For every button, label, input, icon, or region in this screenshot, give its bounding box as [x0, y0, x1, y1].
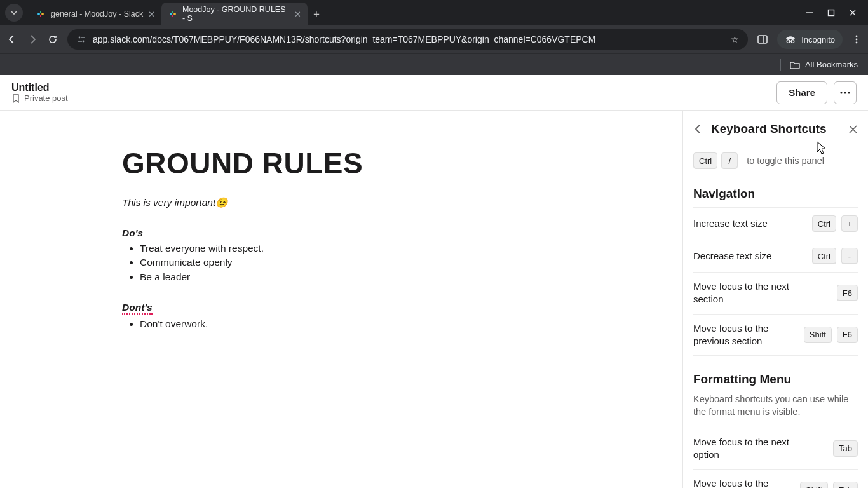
url-text: app.slack.com/docs/T067MEBPPUY/F066NAMN1…: [93, 34, 724, 44]
window-controls: [794, 0, 868, 25]
svg-rect-11: [758, 36, 767, 43]
incognito-label: Incognito: [801, 35, 835, 44]
tab-search-button[interactable]: [5, 4, 23, 22]
panel-toggle-icon[interactable]: [757, 34, 768, 45]
kbd-key: Ctrl: [812, 215, 836, 232]
toggle-hint-text: to toggle this panel: [747, 156, 824, 166]
page: Untitled Private post Share GROUND RULES…: [0, 75, 868, 488]
svg-point-17: [840, 92, 842, 93]
kbd-key: /: [721, 152, 738, 169]
bookmarks-bar: All Bookmarks: [0, 53, 868, 75]
kbd-key: F6: [837, 327, 858, 343]
svg-rect-8: [829, 10, 834, 16]
shortcuts-panel: Keyboard Shortcuts Ctrl / to toggle this…: [682, 111, 868, 488]
folder-icon: [790, 60, 800, 69]
section-heading-dos: Do's: [122, 227, 682, 239]
svg-rect-5: [173, 13, 176, 15]
kbd-key: Ctrl: [812, 248, 836, 264]
shortcut-label: Move focus to the next option: [693, 436, 795, 462]
browser-menu-button[interactable]: [851, 34, 862, 44]
more-actions-button[interactable]: [834, 81, 857, 104]
section-subtext: Keyboard shortcuts you can use while the…: [693, 393, 858, 419]
shortcut-row: Increase text size Ctrl+: [693, 207, 858, 240]
separator: [780, 59, 781, 71]
tab-title: MoodJoy - GROUND RULES - S: [182, 5, 289, 23]
svg-point-10: [83, 41, 85, 43]
new-tab-button[interactable]: ＋: [308, 3, 325, 25]
dos-list: Treat everyone with respect. Communicate…: [122, 241, 682, 284]
shortcut-label: Increase text size: [693, 217, 768, 230]
site-settings-icon[interactable]: [76, 34, 86, 44]
kbd-key: Ctrl: [693, 152, 717, 169]
document-canvas[interactable]: GROUND RULES This is very important😉 Do'…: [0, 111, 682, 488]
section-heading-donts: Dont's: [122, 302, 682, 315]
svg-rect-7: [172, 15, 173, 17]
svg-point-9: [79, 37, 81, 39]
reload-button[interactable]: [47, 34, 58, 45]
slack-favicon-icon: [36, 9, 46, 19]
svg-point-19: [848, 92, 850, 93]
svg-point-13: [791, 40, 794, 43]
svg-point-15: [856, 39, 858, 41]
browser-toolbar: app.slack.com/docs/T067MEBPPUY/F066NAMN1…: [0, 25, 868, 53]
kbd-key: +: [841, 215, 858, 232]
donts-list: Don't overwork.: [122, 317, 682, 331]
forward-button[interactable]: [27, 34, 38, 45]
svg-rect-4: [170, 13, 172, 15]
svg-rect-6: [172, 11, 173, 13]
kbd-key: Shift: [804, 327, 832, 343]
svg-point-12: [787, 40, 790, 43]
browser-tab[interactable]: MoodJoy - GROUND RULES - S ✕: [161, 3, 308, 25]
back-button[interactable]: [6, 34, 18, 45]
svg-rect-0: [37, 13, 40, 15]
svg-point-18: [844, 92, 846, 93]
address-bar[interactable]: app.slack.com/docs/T067MEBPPUY/F066NAMN1…: [67, 29, 748, 50]
bookmark-outline-icon[interactable]: [11, 94, 20, 103]
tabs: general - MoodJoy - Slack ✕ MoodJoy - GR…: [25, 0, 794, 25]
doc-subtitle: This is very important😉: [122, 197, 682, 208]
panel-back-button[interactable]: [693, 124, 703, 134]
shortcut-row: Move focus to the previous option ShiftT…: [693, 469, 858, 488]
panel-close-button[interactable]: [848, 125, 858, 134]
all-bookmarks-button[interactable]: All Bookmarks: [805, 60, 858, 69]
list-item: Don't overwork.: [140, 317, 682, 331]
kbd-key: Tab: [833, 482, 858, 488]
minimize-icon[interactable]: [806, 9, 813, 17]
bookmark-star-icon[interactable]: ☆: [731, 34, 739, 44]
chevron-down-icon: [10, 9, 18, 17]
kbd-key: F6: [837, 285, 858, 301]
kbd-key: Shift: [800, 482, 828, 488]
maximize-icon[interactable]: [827, 9, 835, 17]
tab-title: general - MoodJoy - Slack: [51, 10, 143, 18]
shortcut-row: Decrease text size Ctrl-: [693, 240, 858, 272]
svg-rect-1: [41, 13, 44, 15]
share-button[interactable]: Share: [776, 81, 827, 104]
shortcut-row: Move focus to the next option Tab: [693, 428, 858, 470]
doc-header: Untitled Private post Share: [0, 75, 868, 111]
doc-heading: GROUND RULES: [122, 146, 682, 180]
shortcut-row: Move focus to the next section F6: [693, 272, 858, 314]
svg-rect-3: [40, 15, 41, 17]
kbd-key: -: [841, 248, 858, 264]
list-item: Treat everyone with respect.: [140, 241, 682, 255]
browser-tab-strip: general - MoodJoy - Slack ✕ MoodJoy - GR…: [0, 0, 868, 25]
slack-favicon-icon: [168, 9, 177, 19]
incognito-indicator[interactable]: Incognito: [777, 30, 843, 49]
toggle-hint: Ctrl / to toggle this panel: [693, 152, 858, 169]
shortcut-label: Move focus to the next section: [693, 280, 795, 306]
svg-rect-2: [40, 11, 41, 13]
close-window-icon[interactable]: [849, 9, 857, 17]
shortcut-label: Move focus to the previous option: [693, 477, 795, 488]
browser-tab[interactable]: general - MoodJoy - Slack ✕: [29, 3, 161, 25]
close-tab-icon[interactable]: ✕: [148, 10, 155, 19]
panel-title: Keyboard Shortcuts: [711, 122, 827, 136]
doc-visibility: Private post: [24, 93, 68, 103]
shortcut-row: Move focus to the previous section Shift…: [693, 314, 858, 356]
close-tab-icon[interactable]: ✕: [294, 10, 301, 19]
svg-point-14: [856, 36, 858, 37]
ellipsis-icon: [839, 91, 851, 95]
section-heading: Formatting Menu: [693, 372, 858, 386]
kbd-key: Tab: [833, 440, 858, 457]
doc-title: Untitled: [11, 82, 68, 93]
incognito-icon: [785, 35, 796, 44]
